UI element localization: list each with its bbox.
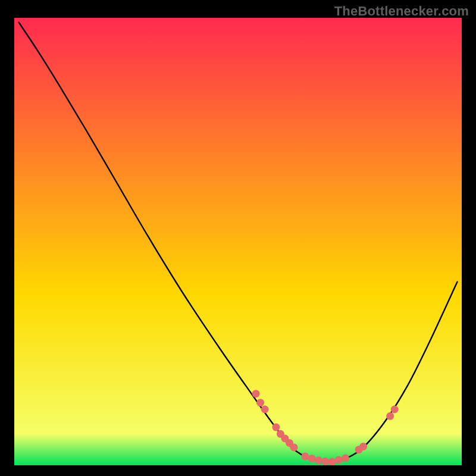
chart-svg	[14, 18, 462, 465]
curve-marker	[272, 424, 280, 431]
curve-marker	[256, 399, 264, 406]
plot-area	[14, 18, 462, 465]
curve-marker	[315, 456, 322, 464]
curve-marker	[359, 443, 367, 450]
curve-marker	[308, 455, 316, 462]
curve-marker	[321, 458, 329, 465]
attribution-text: TheBottlenecker.com	[334, 4, 469, 19]
curve-marker	[301, 452, 309, 460]
curve-marker	[342, 454, 349, 462]
curve-marker	[252, 390, 260, 397]
curve-marker	[386, 412, 394, 420]
curve-marker	[328, 458, 336, 465]
curve-marker	[290, 443, 298, 451]
chart-container: TheBottlenecker.com	[0, 0, 476, 476]
gradient-background	[14, 18, 462, 465]
curve-marker	[335, 456, 343, 464]
curve-marker	[261, 406, 269, 414]
curve-marker	[391, 406, 399, 414]
